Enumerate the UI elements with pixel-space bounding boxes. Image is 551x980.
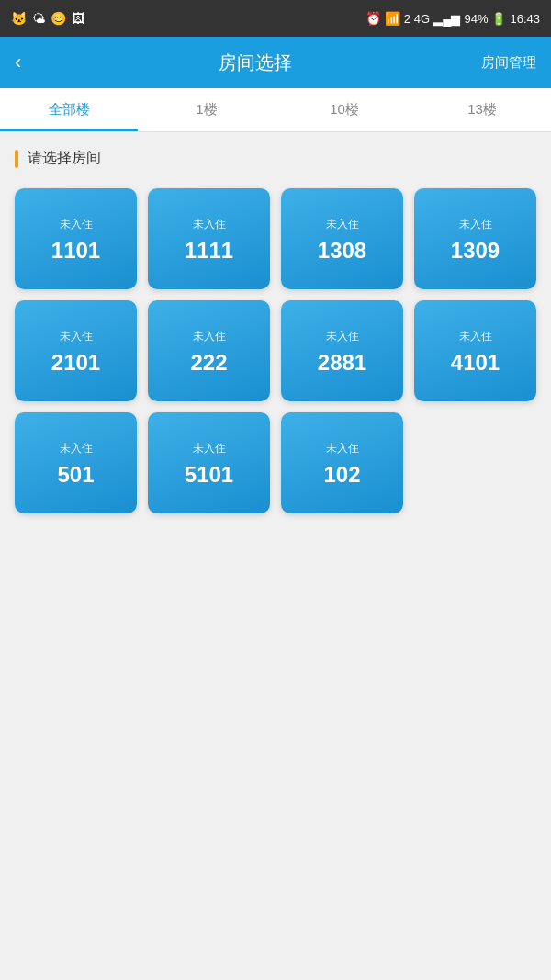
room-status: 未入住 xyxy=(326,329,359,344)
room-status: 未入住 xyxy=(60,329,93,344)
room-status: 未入住 xyxy=(60,217,93,232)
room-grid: 未入住1101未入住1111未入住1308未入住1309未入住2101未入住22… xyxy=(0,181,551,535)
room-number: 2881 xyxy=(318,352,366,374)
room-card[interactable]: 未入住5101 xyxy=(148,412,270,513)
back-button[interactable]: ‹ xyxy=(15,47,28,78)
signal-bars: ▂▄▆ xyxy=(433,12,460,26)
time: 16:43 xyxy=(510,12,540,26)
room-card[interactable]: 未入住501 xyxy=(15,412,137,513)
room-card[interactable]: 未入住1111 xyxy=(148,188,270,289)
room-number: 1111 xyxy=(185,240,233,262)
status-right-info: ⏰ 📶 2 4G ▂▄▆ 94% 🔋 16:43 xyxy=(365,11,540,26)
room-number: 2101 xyxy=(51,352,100,374)
room-status: 未入住 xyxy=(193,441,226,456)
weather-icon: 🌤 xyxy=(32,11,45,26)
room-card[interactable]: 未入住2101 xyxy=(15,300,137,401)
room-card[interactable]: 未入住1308 xyxy=(281,188,403,289)
room-card[interactable]: 未入住102 xyxy=(281,412,403,513)
room-manage-button[interactable]: 房间管理 xyxy=(481,54,536,72)
section-title-text: 请选择房间 xyxy=(28,149,101,168)
main-content: 请选择房间 未入住1101未入住1111未入住1308未入住1309未入住210… xyxy=(0,132,551,821)
tab-floor-13[interactable]: 13楼 xyxy=(413,88,551,131)
room-number: 102 xyxy=(323,464,360,486)
network-type: 2 xyxy=(404,12,410,26)
floor-tabs: 全部楼 1楼 10楼 13楼 xyxy=(0,88,551,132)
battery-percent: 94% xyxy=(464,12,488,26)
header: ‹ 房间选择 房间管理 xyxy=(0,37,551,88)
page-title: 房间选择 xyxy=(28,51,481,75)
signal-type: 4G xyxy=(414,12,430,26)
room-status: 未入住 xyxy=(326,217,359,232)
room-card[interactable]: 未入住222 xyxy=(148,300,270,401)
section-accent-bar xyxy=(15,150,18,168)
room-number: 5101 xyxy=(185,464,233,486)
tab-all-floors[interactable]: 全部楼 xyxy=(0,88,138,131)
cat-icon: 🐱 xyxy=(11,11,27,26)
room-status: 未入住 xyxy=(459,329,492,344)
status-left-icons: 🐱 🌤 😊 🖼 xyxy=(11,11,84,26)
room-status: 未入住 xyxy=(193,217,226,232)
status-bar: 🐱 🌤 😊 🖼 ⏰ 📶 2 4G ▂▄▆ 94% 🔋 16:43 xyxy=(0,0,551,37)
room-card[interactable]: 未入住1101 xyxy=(15,188,137,289)
room-card[interactable]: 未入住1309 xyxy=(414,188,536,289)
wifi-icon: 📶 xyxy=(385,11,400,26)
room-number: 501 xyxy=(57,464,94,486)
tab-floor-10[interactable]: 10楼 xyxy=(276,88,413,131)
battery-icon: 🔋 xyxy=(491,12,506,26)
room-number: 4101 xyxy=(451,352,500,374)
room-card[interactable]: 未入住2881 xyxy=(281,300,403,401)
room-status: 未入住 xyxy=(60,441,93,456)
alarm-icon: ⏰ xyxy=(365,11,381,26)
emoji-icon: 😊 xyxy=(51,11,66,26)
tab-floor-1[interactable]: 1楼 xyxy=(138,88,276,131)
room-status: 未入住 xyxy=(459,217,492,232)
room-number: 1309 xyxy=(451,240,500,262)
room-number: 222 xyxy=(190,352,227,374)
room-number: 1101 xyxy=(51,240,100,262)
room-card[interactable]: 未入住4101 xyxy=(414,300,536,401)
room-number: 1308 xyxy=(318,240,366,262)
image-icon: 🖼 xyxy=(72,11,84,26)
room-status: 未入住 xyxy=(326,441,359,456)
room-status: 未入住 xyxy=(193,329,226,344)
section-title-area: 请选择房间 xyxy=(0,132,551,181)
